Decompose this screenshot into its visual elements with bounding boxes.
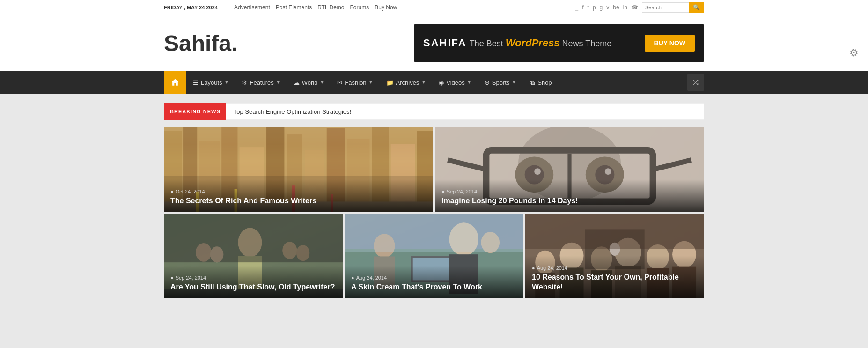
nav-sports-label: Sports: [492, 79, 510, 86]
nav-videos[interactable]: ◉ Videos ▼: [432, 71, 478, 94]
ad-buy-now-button[interactable]: BUY NOW: [645, 35, 695, 52]
article-card-2[interactable]: ● Sep 24, 2014 Imagine Losing 20 Pounds …: [435, 127, 704, 212]
clock-icon-3: ●: [170, 275, 174, 281]
article-overlay-1: ● Oct 24, 2014 The Secrets Of Rich And F…: [164, 179, 433, 212]
clock-icon-1: ●: [170, 189, 174, 194]
nav-archives-label: Archives: [396, 79, 419, 86]
pinterest-icon[interactable]: p: [593, 4, 596, 11]
article-date-1: ● Oct 24, 2014: [170, 189, 427, 194]
breaking-news-label: Breaking News: [164, 103, 226, 120]
forums-link[interactable]: Forums: [350, 4, 369, 11]
nav-features-label: Features: [250, 79, 273, 86]
nav-shop-label: Shop: [537, 79, 552, 86]
videos-chevron-icon: ▼: [467, 80, 471, 85]
shop-icon: 🛍: [529, 79, 535, 86]
phone-icon[interactable]: ☎: [631, 4, 638, 11]
article-overlay-4: ● Aug 24, 2014 A Skin Cream That's Prove…: [345, 266, 523, 298]
search-button[interactable]: 🔍: [689, 2, 704, 13]
svg-rect-68: [525, 214, 704, 249]
sports-chevron-icon: ▼: [512, 80, 516, 85]
breaking-news-bar: Breaking News Top Search Engine Optimiza…: [164, 103, 704, 120]
breaking-news-text: Top Search Engine Optimization Strategie…: [226, 108, 359, 115]
layouts-icon: ☰: [193, 79, 199, 86]
svg-rect-52: [345, 214, 523, 252]
ad-brand: SAHIFA: [423, 37, 467, 49]
ad-wp-word: WordPress: [506, 37, 560, 49]
buy-now-topbar-link[interactable]: Buy Now: [375, 4, 397, 11]
nav-shop[interactable]: 🛍 Shop: [522, 71, 558, 94]
rtl-demo-link[interactable]: RTL Demo: [317, 4, 344, 11]
nav-layouts-label: Layouts: [201, 79, 222, 86]
fashion-icon: ✉: [337, 79, 342, 86]
article-title-1: The Secrets Of Rich And Famous Writers: [170, 196, 427, 206]
vimeo-icon[interactable]: v: [606, 4, 609, 11]
header: Sahifa. SAHIFA The Best WordPress News T…: [0, 15, 868, 71]
nav-fashion[interactable]: ✉ Fashion ▼: [331, 71, 379, 94]
content-area: ● Oct 24, 2014 The Secrets Of Rich And F…: [164, 127, 704, 298]
svg-rect-41: [164, 214, 343, 262]
archives-icon: 📁: [386, 79, 394, 86]
features-icon: ⚙: [242, 79, 247, 86]
nav-items: ☰ Layouts ▼ ⚙ Features ▼ ☁ World ▼ ✉ Fas…: [186, 71, 687, 94]
article-title-4: A Skin Cream That's Proven To Work: [351, 282, 517, 292]
article-title-2: Imagine Losing 20 Pounds In 14 Days!: [441, 196, 698, 206]
clock-icon-4: ●: [351, 275, 354, 281]
home-icon: [170, 78, 180, 87]
nav-features[interactable]: ⚙ Features ▼: [235, 71, 287, 94]
nav-world-label: World: [302, 79, 318, 86]
article-card-1[interactable]: ● Oct 24, 2014 The Secrets Of Rich And F…: [164, 127, 433, 212]
article-overlay-3: ● Sep 24, 2014 Are You Still Using That …: [164, 266, 343, 298]
features-chevron-icon: ▼: [276, 80, 280, 85]
article-card-3[interactable]: ● Sep 24, 2014 Are You Still Using That …: [164, 214, 343, 298]
google-icon[interactable]: g: [600, 4, 603, 11]
rss-icon[interactable]: ⎯: [575, 4, 578, 11]
date-label: FRIDAY , MAY 24 2024: [164, 5, 218, 10]
top-articles-row: ● Oct 24, 2014 The Secrets Of Rich And F…: [164, 127, 704, 212]
world-icon: ☁: [294, 79, 300, 86]
nav-fashion-label: Fashion: [345, 79, 366, 86]
layouts-chevron-icon: ▼: [225, 80, 229, 85]
post-elements-link[interactable]: Post Elements: [276, 4, 312, 11]
twitter-icon[interactable]: t: [588, 4, 589, 11]
article-date-4: ● Aug 24, 2014: [351, 275, 517, 281]
fashion-chevron-icon: ▼: [369, 80, 373, 85]
world-chevron-icon: ▼: [320, 80, 324, 85]
top-bar-left: FRIDAY , MAY 24 2024 | Advertisement Pos…: [164, 4, 397, 11]
article-date-3: ● Sep 24, 2014: [170, 275, 336, 281]
top-bar-right: ⎯ f t p g v be in ☎ 🔍: [575, 2, 704, 13]
instagram-icon[interactable]: in: [623, 4, 627, 11]
nav-videos-label: Videos: [446, 79, 465, 86]
article-overlay-5: ● Aug 24, 2014 10 Reasons To Start Your …: [525, 256, 704, 298]
search-bar[interactable]: 🔍: [642, 2, 704, 13]
logo-dot: .: [231, 31, 237, 56]
facebook-icon[interactable]: f: [582, 4, 583, 11]
article-title-5: 10 Reasons To Start Your Own, Profitable…: [532, 273, 698, 292]
top-bar: FRIDAY , MAY 24 2024 | Advertisement Pos…: [0, 0, 868, 15]
article-overlay-2: ● Sep 24, 2014 Imagine Losing 20 Pounds …: [435, 179, 704, 212]
navigation: ☰ Layouts ▼ ⚙ Features ▼ ☁ World ▼ ✉ Fas…: [0, 71, 868, 94]
ad-banner: SAHIFA The Best WordPress News Theme BUY…: [414, 24, 704, 62]
article-card-4[interactable]: ● Aug 24, 2014 A Skin Cream That's Prove…: [345, 214, 523, 298]
article-date-5: ● Aug 24, 2014: [532, 265, 698, 271]
settings-gear-icon[interactable]: ⚙: [849, 47, 859, 59]
nav-world[interactable]: ☁ World ▼: [287, 71, 331, 94]
nav-archives[interactable]: 📁 Archives ▼: [380, 71, 433, 94]
archives-chevron-icon: ▼: [421, 80, 426, 85]
bottom-articles-row: ● Sep 24, 2014 Are You Still Using That …: [164, 214, 704, 298]
search-input[interactable]: [642, 5, 689, 10]
ad-tagline-post: News Theme: [560, 39, 612, 48]
advertisement-link[interactable]: Advertisement: [234, 4, 270, 11]
sports-icon: ⊕: [485, 79, 490, 86]
home-button[interactable]: [164, 71, 186, 94]
behance-icon[interactable]: be: [613, 4, 619, 11]
logo[interactable]: Sahifa.: [164, 30, 237, 56]
ad-banner-text: SAHIFA The Best WordPress News Theme: [423, 37, 611, 49]
shuffle-icon: [692, 79, 699, 86]
article-card-5[interactable]: ● Aug 24, 2014 10 Reasons To Start Your …: [525, 214, 704, 298]
logo-text: Sahifa: [164, 31, 231, 56]
ad-tagline-pre: The Best: [470, 39, 506, 48]
shuffle-button[interactable]: [687, 74, 704, 91]
nav-sports[interactable]: ⊕ Sports ▼: [478, 71, 523, 94]
nav-layouts[interactable]: ☰ Layouts ▼: [186, 71, 235, 94]
clock-icon-2: ●: [441, 189, 445, 194]
